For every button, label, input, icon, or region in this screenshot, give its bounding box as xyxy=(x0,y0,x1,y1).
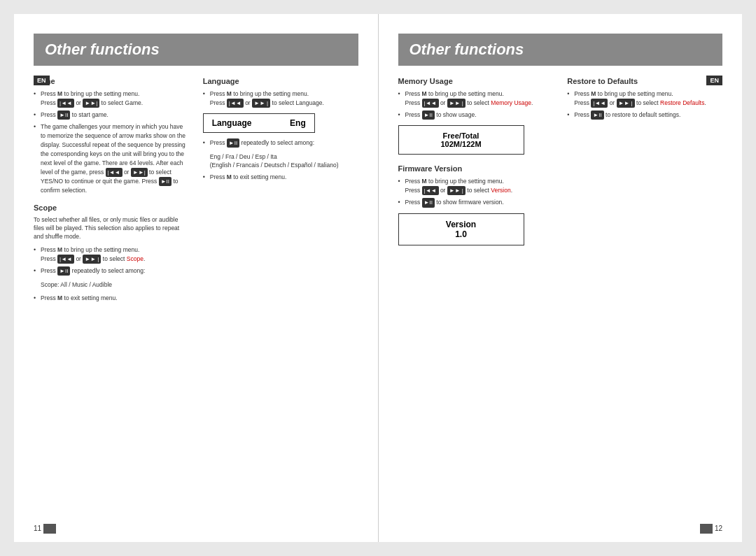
game-title: Game xyxy=(34,77,189,85)
page-num-box-right xyxy=(700,524,713,534)
memory-display-line1: Free/Total xyxy=(407,131,515,140)
restore-bullet-2: Press ►II to restore to default settings… xyxy=(567,111,722,120)
scope-bullet-2: Press ►II repeatedly to select among: xyxy=(34,266,189,276)
en-badge-left: EN xyxy=(34,76,50,85)
firmware-title: Firmware Version xyxy=(398,164,554,173)
memory-bullets: Press M to bring up the setting menu. Pr… xyxy=(398,90,554,120)
memory-section: Memory Usage Press M to bring up the set… xyxy=(398,77,554,155)
scope-title: Scope xyxy=(34,204,189,212)
firmware-bullet-1: Press M to bring up the setting menu. Pr… xyxy=(398,177,554,195)
spread: Other functions EN Game Press M to bring… xyxy=(14,14,742,542)
scope-intro: To select whether all files, or only mus… xyxy=(34,216,189,241)
memory-bullet-2: Press ►II to show usage. xyxy=(398,111,554,120)
game-section: Game Press M to bring up the setting men… xyxy=(34,77,189,195)
memory-bullet-1: Press M to bring up the setting menu. Pr… xyxy=(398,90,554,108)
scope-exit-bullet: Press M to exit setting menu. xyxy=(34,294,189,303)
language-title: Language xyxy=(203,77,358,85)
lang-bullet-1: Press M to bring up the setting menu. Pr… xyxy=(203,90,358,108)
page-num-box-left xyxy=(43,524,56,534)
memory-display-line2: 102M/122M xyxy=(407,140,515,148)
right-page-title: Other functions xyxy=(410,41,712,59)
language-display-box: Language Eng xyxy=(203,113,315,133)
version-display-box: Version 1.0 xyxy=(398,213,524,245)
page-number-right: 12 xyxy=(698,524,722,534)
right-title-bar: Other functions xyxy=(398,34,723,66)
language-bullets2: Press ►II repeatedly to select among: xyxy=(203,138,358,148)
page-right: Other functions EN Memory Usage Press M … xyxy=(379,14,743,542)
version-display-line2: 1.0 xyxy=(407,229,515,239)
lang-options: Eng / Fra / Deu / Esp / Ita(English / Fr… xyxy=(203,153,358,170)
memory-display-box: Free/Total 102M/122M xyxy=(398,125,524,155)
version-display-line1: Version xyxy=(407,220,515,229)
scope-bullet-1: Press M to bring up the setting menu. Pr… xyxy=(34,245,189,264)
left-col2: Language Press M to bring up the setting… xyxy=(203,77,358,308)
lang-exit-bullet: Press M to exit setting menu. xyxy=(203,173,358,182)
game-bullet-1: Press M to bring up the setting menu. Pr… xyxy=(34,90,189,108)
en-badge-right: EN xyxy=(706,76,722,85)
right-col2: Restore to Defaults Press M to bring up … xyxy=(567,77,722,251)
firmware-bullet-2: Press ►II to show firmware version. xyxy=(398,198,554,207)
restore-title: Restore to Defaults xyxy=(567,77,722,85)
restore-bullets: Press M to bring up the setting menu. Pr… xyxy=(567,90,722,120)
game-bullets: Press M to bring up the setting menu. Pr… xyxy=(34,90,189,195)
left-page-title: Other functions xyxy=(45,41,347,59)
lang-display-label: Language xyxy=(212,118,252,128)
game-bullet-3: The game challenges your memory in which… xyxy=(34,122,189,195)
right-content: Memory Usage Press M to bring up the set… xyxy=(398,77,723,251)
game-bullet-2: Press ►II to start game. xyxy=(34,111,189,120)
left-col1: Game Press M to bring up the setting men… xyxy=(34,77,189,308)
language-bullets1: Press M to bring up the setting menu. Pr… xyxy=(203,90,358,108)
scope-section: Scope To select whether all files, or on… xyxy=(34,204,189,303)
page-number-left: 11 xyxy=(34,524,58,534)
scope-bullets: Press M to bring up the setting menu. Pr… xyxy=(34,245,189,276)
scope-exit: Press M to exit setting menu. xyxy=(34,294,189,303)
firmware-section: Firmware Version Press M to bring up the… xyxy=(398,164,554,245)
memory-title: Memory Usage xyxy=(398,77,554,85)
lang-exit: Press M to exit setting menu. xyxy=(203,173,358,182)
firmware-bullets: Press M to bring up the setting menu. Pr… xyxy=(398,177,554,207)
left-content: Game Press M to bring up the setting men… xyxy=(34,77,358,308)
page-left: Other functions EN Game Press M to bring… xyxy=(14,14,379,542)
lang-display-value: Eng xyxy=(290,118,306,128)
lang-bullet-2: Press ►II repeatedly to select among: xyxy=(203,138,358,148)
right-col1: Memory Usage Press M to bring up the set… xyxy=(398,77,554,251)
restore-section: Restore to Defaults Press M to bring up … xyxy=(567,77,722,120)
language-section: Language Press M to bring up the setting… xyxy=(203,77,358,182)
scope-options: Scope: All / Music / Audible xyxy=(34,281,189,290)
restore-bullet-1: Press M to bring up the setting menu. Pr… xyxy=(567,90,722,108)
left-title-bar: Other functions xyxy=(34,34,358,66)
